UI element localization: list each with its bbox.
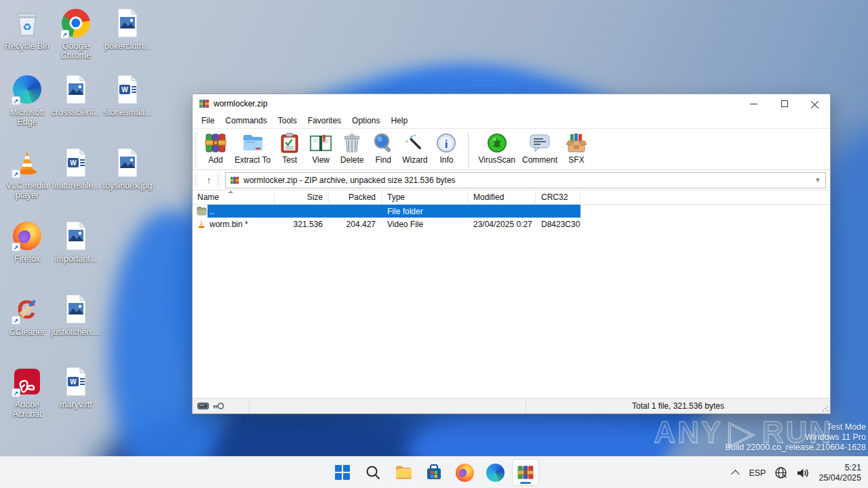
sfx-box-icon [565,132,588,154]
volume-icon[interactable] [796,467,810,479]
desktop-icon-important[interactable]: important... [50,220,102,264]
find-button[interactable]: Find [368,131,399,165]
status-total: Total 1 file, 321.536 bytes [526,399,830,413]
word-file-icon: W [115,75,140,104]
sfx-button[interactable]: SFX [561,131,592,165]
desktop-icon-label: toysindex.jpg [102,181,153,190]
comment-bubble-icon [528,132,551,154]
word-file-icon: W [64,148,88,178]
file-modified: 23/04/2025 0:27 [468,220,536,229]
shortcut-arrow-icon: ↗ [12,243,20,251]
file-explorer-button[interactable] [390,459,417,486]
drive-status-icon[interactable] [197,402,209,410]
firefox-icon [456,464,474,482]
toolbar-label: Wizard [402,155,427,165]
file-row-parent-dir[interactable]: .. File folder [193,205,830,218]
windows-start-icon [335,465,350,480]
desktop-icon-maryv[interactable]: W maryv.rtf [50,365,102,409]
taskbar: ESP 5:21 25/04/2025 [0,456,868,488]
maximize-button[interactable] [769,94,800,113]
hidden-icons-button[interactable] [734,470,740,476]
desktop-icon-label: Adobe Acrobat [1,400,53,419]
desktop-icon-label: important... [50,254,102,264]
title-bar[interactable]: wormlocker.zip [193,94,830,113]
minimize-button[interactable] [738,94,769,113]
desktop-icon-crossscient[interactable]: crossscient... [50,73,102,117]
edge-icon [486,464,505,482]
menu-tools[interactable]: Tools [273,115,302,127]
watermark-line: Windows 11 Pro [725,432,866,443]
desktop-icon-label: maryv.rtf [50,400,102,409]
desktop-icon-ccleaner[interactable]: C ↗ CCleaner [1,293,53,337]
up-directory-button[interactable]: ↑ [200,173,218,188]
desktop-icon-recycle-bin[interactable]: ♻ Recycle Bin [1,7,53,51]
search-button[interactable] [359,459,387,486]
column-header-name[interactable]: Name [193,190,275,204]
menu-options[interactable]: Options [347,115,385,127]
desktop-icon-stonesmall[interactable]: W stonesmall... [102,73,153,117]
desktop-icon-google-chrome[interactable]: ↗ Google Chrome [50,7,102,60]
start-button[interactable] [329,459,356,486]
archive-path-combobox[interactable]: wormlocker.zip - ZIP archive, unpacked s… [225,172,826,188]
column-header-crc32[interactable]: CRC32 [536,190,580,204]
extract-to-button[interactable]: Extract To [231,131,274,165]
key-status-icon[interactable] [213,402,224,410]
desktop-icon-label: CCleaner [1,327,53,337]
desktop-icon-adobe-acrobat[interactable]: ↗ Adobe Acrobat [1,365,53,419]
image-file-icon [64,294,88,324]
column-header-size[interactable]: Size [275,190,329,204]
microsoft-store-icon [425,464,443,481]
column-header-type[interactable]: Type [382,190,468,204]
chevron-down-icon[interactable]: ▼ [814,176,821,184]
virusscan-button[interactable]: VirusScan [475,131,518,165]
menu-favorites[interactable]: Favorites [302,115,347,127]
chevron-up-icon [731,470,740,479]
menu-commands[interactable]: Commands [220,115,272,127]
archive-description: wormlocker.zip - ZIP archive, unpacked s… [243,176,456,185]
menu-bar: File Commands Tools Favorites Options He… [193,113,830,129]
desktop-icon-vlc[interactable]: ↗ VLC media player [1,146,53,200]
column-header-modified[interactable]: Modified [468,190,536,204]
desktop-icon-justkitchen[interactable]: justkitchen.... [50,293,102,337]
info-icon: i [435,132,457,154]
desktop-icon-pokercloth[interactable]: pokercloth... [102,7,153,51]
virusscan-bug-icon [486,132,508,154]
file-crc32: D8423C30 [536,220,580,229]
desktop-icon-firefox[interactable]: ↗ Firefox [1,220,53,264]
desktop: ♻ Recycle Bin ↗ Google Chrome pokercloth… [0,0,868,488]
language-indicator[interactable]: ESP [749,468,766,478]
file-type: Video File [382,220,468,229]
menu-help[interactable]: Help [385,115,413,127]
toolbar-label: Add [208,155,222,165]
resize-grip[interactable] [822,405,829,412]
toolbar-label: VirusScan [478,155,515,165]
desktop-icon-microsoft-edge[interactable]: ↗ Microsoft Edge [1,73,53,127]
delete-button[interactable]: Delete [336,131,368,165]
winrar-app-icon [199,98,210,109]
network-globe-icon[interactable] [774,466,787,479]
find-magnifier-icon [372,132,394,154]
file-row-worm-bin[interactable]: worm.bin * 321.536 204.427 Video File 23… [193,218,830,230]
menu-file[interactable]: File [196,115,220,127]
view-button[interactable]: View [305,131,336,165]
desktop-icon-featuresfile[interactable]: W featuresfile... [50,146,102,190]
wizard-button[interactable]: ✦ ✦ . ✦ Wizard [399,131,431,165]
windows-test-mode-watermark: Test Mode Windows 11 Pro Build 22000.co_… [725,422,866,453]
winrar-taskbar-button[interactable] [512,459,539,486]
comment-button[interactable]: Comment [519,131,561,165]
add-button[interactable]: Add [200,131,231,165]
edge-taskbar-button[interactable] [481,459,509,486]
status-bar: Total 1 file, 321.536 bytes [193,398,830,413]
close-button[interactable] [800,94,830,113]
desktop-icon-toysindex[interactable]: toysindex.jpg [102,146,153,190]
taskbar-clock[interactable]: 5:21 25/04/2025 [818,463,861,483]
desktop-icon-label: VLC media player [1,181,53,200]
column-header-packed[interactable]: Packed [329,190,382,204]
toolbar-label: SFX [568,155,584,165]
info-button[interactable]: i Info [431,131,462,165]
toolbar-gripper [195,133,198,168]
store-button[interactable] [420,459,448,486]
firefox-taskbar-button[interactable] [451,459,478,486]
test-button[interactable]: Test [274,131,305,165]
desktop-icon-label: justkitchen.... [50,327,102,337]
